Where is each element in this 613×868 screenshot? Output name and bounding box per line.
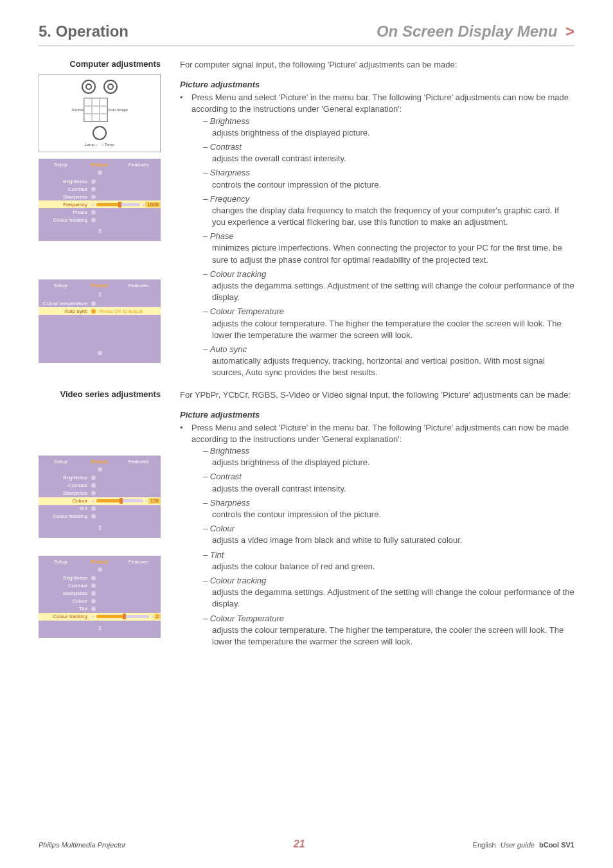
label-auto-image: Auto Image <box>108 108 128 112</box>
adjustment-desc: adjusts the colour temperature. The high… <box>203 624 574 648</box>
osd-tab-active: Picture <box>87 283 112 288</box>
chapter-subtitle: On Screen Display Menu > <box>377 22 574 40</box>
adjustment-item: – Frequencychanges the display data freq… <box>191 193 574 229</box>
osd-row-selected: Colour tracking ◂▸ 2 <box>39 613 161 621</box>
osd-tab-active: Picture <box>87 559 112 565</box>
osd-menu-2: Setup Picture Features Colour temperatur… <box>39 279 161 363</box>
hourglass-icon <box>97 227 102 234</box>
adjustment-item: – Brightnessadjusts brightness of the di… <box>191 445 574 468</box>
device-illustration: Source Auto Image Lamp ○ ○ Temp <box>39 74 161 152</box>
page-number: 21 <box>294 838 305 850</box>
chapter-header: 5. Operation On Screen Display Menu > <box>39 13 574 46</box>
adjustment-desc: adjusts the colour balance of red and gr… <box>203 561 574 572</box>
adjustment-name: – Frequency <box>203 193 574 205</box>
adjustment-item: – Tintadjusts the colour balance of red … <box>191 549 574 572</box>
adjustment-desc: minimizes picture imperfections. When co… <box>203 242 574 265</box>
osd-menu-3: Setup Picture Features Brightness Contra… <box>39 456 161 538</box>
adjustment-name: – Sharpness <box>203 497 574 509</box>
osd-tab: Setup <box>48 283 73 288</box>
adjustment-name: – Colour tracking <box>203 575 574 587</box>
adjustment-item: – Colour Temperatureadjusts the colour t… <box>191 613 574 648</box>
adjustment-item: – Phaseminimizes picture imperfections. … <box>191 231 574 266</box>
adjustment-name: – Colour <box>203 523 574 535</box>
osd-tab-active: Picture <box>87 459 112 465</box>
hourglass-icon <box>97 291 102 297</box>
subheading: Picture adjustments <box>180 410 574 420</box>
osd-tab: Features <box>126 283 152 288</box>
osd-tab: Features <box>126 459 152 465</box>
adjustment-item: – Colour trackingadjusts the degamma set… <box>191 269 574 304</box>
adjustment-name: – Phase <box>203 231 574 242</box>
label-source: Source <box>71 108 84 112</box>
adjustment-desc: adjusts the colour temperature. The high… <box>203 318 574 341</box>
osd-value: 128 <box>148 498 161 504</box>
adjustment-name: – Brightness <box>203 445 574 457</box>
label-lamp: Lamp <box>85 143 94 146</box>
hourglass-icon <box>97 524 102 531</box>
dpad-icon <box>84 98 108 122</box>
footer-right: English User guide bCool SV1 <box>473 841 574 849</box>
adjustment-name: – Contrast <box>203 141 574 153</box>
adjustment-desc: adjusts the degamma settings. Adjustment… <box>203 587 574 610</box>
osd-value: 2 <box>154 614 161 619</box>
side-heading-video: Video series adjustments <box>39 389 161 399</box>
adjustment-desc: controls the contour impression of the p… <box>203 509 574 520</box>
intro-text: For YPbPr, YCbCr, RGBS, S-Video or Video… <box>180 389 574 401</box>
adjustment-desc: adjusts a video image from black and whi… <box>203 535 574 546</box>
adjustment-desc: adjusts the overall contrast intensity. <box>203 153 574 164</box>
subheading: Picture adjustments <box>180 80 574 89</box>
osd-row-selected: Colour ◂▸ 128 <box>39 497 161 505</box>
adjustment-desc: controls the contour impression of the p… <box>203 179 574 191</box>
adjustment-name: – Colour tracking <box>203 269 574 280</box>
footer-brand: Philips Multimedia Projector <box>39 841 126 849</box>
osd-tab: Setup <box>48 559 73 565</box>
osd-tab: Setup <box>48 459 73 465</box>
adjustment-desc: adjusts brightness of the displayed pict… <box>203 457 574 468</box>
intro-text: For computer signal input, the following… <box>180 59 574 71</box>
bullet-item: Press Menu and select 'Picture' in the m… <box>191 422 574 648</box>
adjustment-desc: adjusts the degamma settings. Adjustment… <box>203 280 574 303</box>
adjustment-item: – Sharpnesscontrols the contour impressi… <box>191 497 574 520</box>
osd-tab-active: Picture <box>87 162 112 168</box>
adjustment-name: – Auto sync <box>203 344 574 355</box>
osd-row-selected: Frequency ◂▸ 1600 <box>39 200 161 208</box>
lens-icon <box>103 80 118 94</box>
adjustment-item: – Contrastadjusts the overall contrast i… <box>191 471 574 494</box>
chapter-title: 5. Operation <box>39 22 129 40</box>
osd-menu-1: Setup Picture Features Brightness Contra… <box>39 159 161 241</box>
osd-hint: Press OK to adjust <box>96 308 143 314</box>
adjustment-name: – Colour Temperature <box>203 613 574 624</box>
power-button-icon <box>93 126 107 140</box>
osd-tab: Features <box>126 162 152 168</box>
adjustment-item: – Colour trackingadjusts the degamma set… <box>191 575 574 610</box>
adjustment-name: – Colour Temperature <box>203 306 574 317</box>
adjustment-desc: adjusts the overall contrast intensity. <box>203 483 574 495</box>
osd-menu-4: Setup Picture Features Brightness Contra… <box>39 556 161 638</box>
adjustment-name: – Brightness <box>203 116 574 127</box>
adjustment-item: – Contrastadjusts the overall contrast i… <box>191 141 574 164</box>
lens-icon <box>82 80 96 94</box>
adjustment-item: – Sharpnesscontrols the contour impressi… <box>191 167 574 190</box>
adjustment-desc: automatically adjusts frequency, trackin… <box>203 355 574 378</box>
adjustment-name: – Contrast <box>203 471 574 483</box>
adjustment-item: – Brightnessadjusts brightness of the di… <box>191 116 574 139</box>
osd-tab: Features <box>126 559 152 565</box>
adjustment-item: – Auto syncautomatically adjusts frequen… <box>191 344 574 379</box>
bullet-item: Press Menu and select 'Picture' in the m… <box>191 92 574 378</box>
osd-value: 1600 <box>145 202 161 208</box>
osd-row-selected: Auto sync Press OK to adjust <box>39 307 161 315</box>
adjustment-item: – Colouradjusts a video image from black… <box>191 523 574 546</box>
label-temp: Temp <box>105 143 114 146</box>
page-footer: Philips Multimedia Projector 21 English … <box>39 838 574 850</box>
hourglass-icon <box>97 624 102 631</box>
adjustment-desc: changes the display data frequency to ma… <box>203 205 574 228</box>
adjustment-desc: adjusts brightness of the displayed pict… <box>203 127 574 139</box>
osd-tab: Setup <box>48 162 73 168</box>
adjustment-name: – Tint <box>203 549 574 561</box>
adjustment-item: – Colour Temperatureadjusts the colour t… <box>191 306 574 341</box>
adjustment-name: – Sharpness <box>203 167 574 179</box>
chevron-icon: > <box>565 22 574 40</box>
side-heading-computer: Computer adjustments <box>39 59 161 69</box>
